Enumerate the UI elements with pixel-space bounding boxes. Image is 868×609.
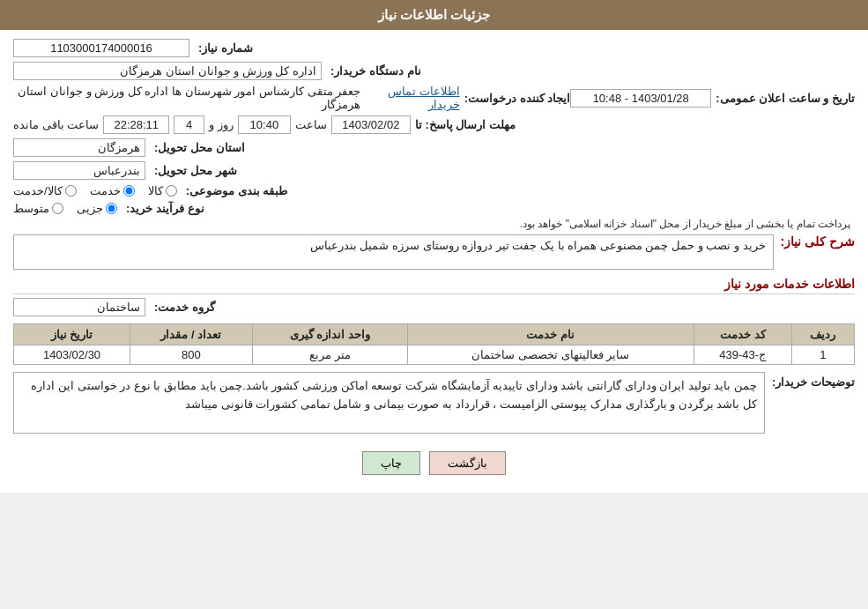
cell-radif: 1: [791, 345, 854, 365]
shomare-niaz-row: شماره نیاز: 1103000174000016: [13, 39, 855, 57]
col-tarikh: تاریخ نیاز: [14, 324, 130, 345]
ostan-tahvil-row: استان محل تحویل: هرمزگان: [13, 138, 855, 157]
main-content: شماره نیاز: 1103000174000016 نام دستگاه …: [0, 30, 868, 493]
grouh-khadamat-value: ساختمان: [13, 298, 145, 316]
kala-khedmat-option: کالا/خدمت: [13, 184, 77, 197]
jozi-label: جزیی: [77, 202, 103, 215]
back-button[interactable]: بازگشت: [429, 451, 506, 475]
tarikh-elan-group: تاریخ و ساعت اعلان عمومی: 1403/01/28 - 1…: [570, 89, 855, 108]
khadamat-table: ردیف کد خدمت نام خدمت واحد اندازه گیری ت…: [13, 323, 855, 365]
mohlat-date: 1403/02/02: [331, 115, 411, 134]
farayand-radio-group: جزیی متوسط: [13, 202, 117, 215]
table-header-row: ردیف کد خدمت نام خدمت واحد اندازه گیری ت…: [14, 324, 855, 345]
tosih-kharidar-section: توضیحات خریدار: چمن باید تولید ایران ودا…: [13, 372, 855, 434]
mohlat-ersal-label: مهلت ارسال پاسخ: تا: [415, 118, 516, 131]
sharh-kolli-value: خرید و نصب و حمل چمن مصنوعی همراه با یک …: [13, 234, 774, 270]
kala-option: کالا: [148, 184, 177, 197]
nam-dastgah-row: نام دستگاه خریدار: اداره کل ورزش و جوانا…: [13, 62, 855, 80]
sharh-kolli-section: شرح کلی نیاز: خرید و نصب و حمل چمن مصنوع…: [13, 234, 855, 270]
baghimande-label: ساعت باقی مانده: [13, 118, 99, 131]
motavasset-radio[interactable]: [52, 203, 63, 214]
khedmat-label: خدمت: [90, 184, 121, 197]
col-tedad: تعداد / مقدار: [130, 324, 252, 345]
khedmat-radio[interactable]: [123, 185, 135, 197]
sharh-kolli-label: شرح کلی نیاز:: [781, 234, 855, 249]
saat-label: ساعت: [295, 118, 327, 131]
ostan-tahvil-value: هرمزگان: [13, 138, 145, 157]
col-vahed: واحد اندازه گیری: [252, 324, 407, 345]
col-radif: ردیف: [791, 324, 854, 345]
motavasset-option: متوسط: [13, 202, 63, 215]
khadamat-title: اطلاعات خدمات مورد نیاز: [13, 277, 855, 294]
print-button[interactable]: چاپ: [362, 451, 420, 475]
tarikh-elan-label: تاریخ و ساعت اعلان عمومی:: [716, 92, 855, 105]
nam-dastgah-label: نام دستگاه خریدار:: [330, 64, 421, 78]
table-row: 1 ج-43-439 سایر فعالیتهای تخصصی ساختمان …: [14, 345, 855, 365]
kala-khedmat-radio[interactable]: [65, 185, 77, 197]
cell-tarikh: 1403/02/30: [14, 345, 130, 365]
tosih-kharidar-label: توضیحات خریدار:: [772, 372, 855, 389]
ostan-tahvil-label: استان محل تحویل:: [154, 141, 245, 154]
mohlat-baghimande: 22:28:11: [103, 115, 169, 134]
khedmat-option: خدمت: [90, 184, 135, 197]
pardakht-note: پرداخت تمام یا بخشی از مبلغ خریدار از مح…: [13, 218, 855, 230]
noe-farayand-group: نوع فرآیند خرید: جزیی متوسط: [13, 202, 855, 215]
cell-kod: ج-43-439: [694, 345, 791, 365]
kala-label: کالا: [148, 184, 163, 197]
col-nam: نام خدمت: [407, 324, 694, 345]
motavasset-label: متوسط: [13, 202, 49, 215]
page-header: جزئیات اطلاعات نیاز: [0, 0, 868, 30]
nam-dastgah-value: اداره کل ورزش و جوانان استان هرمزگان: [13, 62, 322, 80]
shahr-tahvil-value: بندرعباس: [13, 161, 145, 180]
cell-tedad: 800: [130, 345, 252, 365]
tabaqe-radio-group: کالا خدمت کالا/خدمت: [13, 184, 177, 197]
shomare-niaz-value: 1103000174000016: [13, 39, 189, 57]
ettelaat-tamas-link[interactable]: اطلاعات تماس خریدار: [363, 85, 460, 111]
button-bar: بازگشت چاپ: [13, 442, 855, 484]
tabaqe-bandi-row: طبقه بندی موضوعی: کالا خدمت کالا/خدمت: [13, 184, 855, 197]
tarikh-elan-value: 1403/01/28 - 10:48: [570, 89, 711, 108]
rooz-label: روز و: [209, 118, 234, 131]
grouh-khadamat-label: گروه خدمت:: [154, 301, 215, 314]
cell-nam: سایر فعالیتهای تخصصی ساختمان: [407, 345, 694, 365]
shahr-tahvil-label: شهر محل تحویل:: [154, 164, 237, 177]
table-body: 1 ج-43-439 سایر فعالیتهای تخصصی ساختمان …: [14, 345, 855, 365]
ijad-konande-group: ایجاد کننده درخواست: اطلاعات تماس خریدار…: [13, 85, 570, 111]
mohlat-rooz: 4: [174, 115, 204, 134]
ijad-konande-value: جعفر متقی کارشناس امور شهرستان ها اداره …: [13, 85, 360, 111]
page-title: جزئیات اطلاعات نیاز: [378, 7, 490, 22]
table-header: ردیف کد خدمت نام خدمت واحد اندازه گیری ت…: [14, 324, 855, 345]
sharh-kolli-row: شرح کلی نیاز: خرید و نصب و حمل چمن مصنوع…: [13, 234, 855, 270]
jozi-option: جزیی: [77, 202, 117, 215]
noe-farayand-label: نوع فرآیند خرید:: [126, 202, 204, 215]
cell-vahed: متر مربع: [252, 345, 407, 365]
ijad-konande-label: ایجاد کننده درخواست:: [464, 92, 571, 105]
mohlat-ersal-row: مهلت ارسال پاسخ: تا 1403/02/02 ساعت 10:4…: [13, 115, 855, 134]
noe-farayand-row: نوع فرآیند خرید: جزیی متوسط پرداخت تمام …: [13, 202, 855, 230]
kala-khedmat-label: کالا/خدمت: [13, 184, 63, 197]
col-kod: کد خدمت: [694, 324, 791, 345]
shomare-niaz-label: شماره نیاز:: [198, 41, 253, 55]
tabaqe-bandi-label: طبقه بندی موضوعی:: [186, 184, 288, 197]
shahr-tahvil-row: شهر محل تحویل: بندرعباس: [13, 161, 855, 180]
page-wrapper: جزئیات اطلاعات نیاز شماره نیاز: 11030001…: [0, 0, 868, 493]
kala-radio[interactable]: [166, 185, 177, 197]
ijad-konande-row: تاریخ و ساعت اعلان عمومی: 1403/01/28 - 1…: [13, 85, 855, 111]
mohlat-saat: 10:40: [238, 115, 291, 134]
ijad-konande-value-group: اطلاعات تماس خریدار جعفر متقی کارشناس ام…: [13, 85, 460, 111]
grouh-khadamat-row: گروه خدمت: ساختمان: [13, 298, 855, 316]
tosih-kharidar-value: چمن باید تولید ایران وداراى گارانتى باشد…: [13, 372, 765, 434]
jozi-radio[interactable]: [106, 203, 117, 214]
